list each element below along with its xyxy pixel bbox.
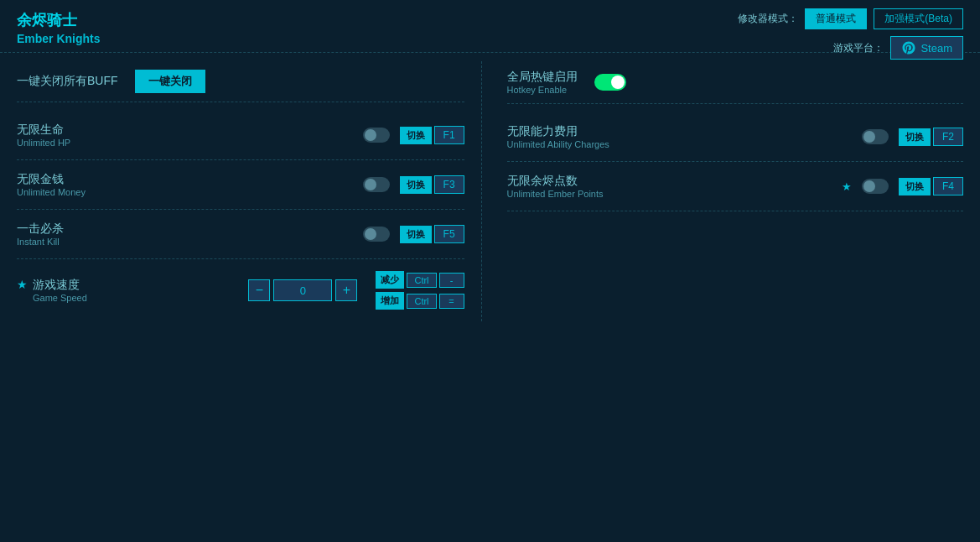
- toggle-unlimited-money[interactable]: [363, 177, 390, 192]
- decrease-ctrl-key: Ctrl: [407, 273, 436, 288]
- toggle-unlimited-hp[interactable]: [363, 128, 390, 143]
- feature-info-ability: 无限能力费用 Unlimited Ability Charges: [507, 124, 852, 149]
- speed-increase-hotkey-row: 增加 Ctrl =: [376, 292, 464, 310]
- feature-unlimited-ability: 无限能力费用 Unlimited Ability Charges 切换 F2: [507, 112, 963, 162]
- hotkey-info: 全局热键启用 Hotkey Enable: [507, 70, 578, 95]
- all-buff-label: 一键关闭所有BUFF: [17, 74, 118, 89]
- speed-increase-btn[interactable]: +: [335, 279, 357, 301]
- hotkey-cn: 全局热键启用: [507, 70, 578, 85]
- feature-instant-kill: 一击必杀 Instant Kill 切换 F5: [17, 210, 464, 259]
- feature-cn-ember: 无限余烬点数: [507, 174, 832, 189]
- increase-label: 增加: [376, 292, 404, 310]
- feature-cn-hp: 无限生命: [17, 122, 353, 138]
- all-buff-row: 一键关闭所有BUFF 一键关闭: [17, 61, 464, 102]
- feature-cn-ability: 无限能力费用: [507, 124, 852, 139]
- game-speed-info: ★ 游戏速度 Game Speed: [17, 278, 238, 303]
- hotkey-en: Hotkey Enable: [507, 85, 578, 95]
- game-speed-row: ★ 游戏速度 Game Speed − + 减少 Ctrl - 增加: [17, 259, 464, 321]
- toggle-ability[interactable]: [862, 129, 889, 144]
- feature-en-ability: Unlimited Ability Charges: [507, 139, 852, 149]
- key-badge-money: F3: [434, 175, 464, 194]
- switch-btn-money[interactable]: 切换: [400, 176, 432, 194]
- speed-decrease-btn[interactable]: −: [248, 279, 270, 301]
- feature-info-kill: 一击必杀 Instant Kill: [17, 221, 353, 247]
- toggle-instant-kill[interactable]: [363, 227, 390, 242]
- mode-beta-button[interactable]: 加强模式(Beta): [874, 8, 963, 29]
- feature-info-ember: 无限余烬点数 Unlimited Ember Points: [507, 174, 832, 199]
- feature-cn-kill: 一击必杀: [17, 221, 353, 237]
- decrease-minus-key: -: [439, 273, 464, 288]
- key-badge-hp: F1: [434, 126, 464, 144]
- game-speed-cn: 游戏速度: [33, 278, 87, 293]
- increase-equal-key: =: [439, 294, 464, 309]
- ember-star-icon: ★: [842, 180, 852, 193]
- mode-label: 修改器模式：: [738, 12, 798, 26]
- feature-en-hp: Unlimited HP: [17, 138, 353, 148]
- speed-decrease-hotkey-row: 减少 Ctrl -: [376, 271, 464, 289]
- feature-en-ember: Unlimited Ember Points: [507, 189, 832, 199]
- feature-info-money: 无限金钱 Unlimited Money: [17, 172, 353, 197]
- switch-btn-ability[interactable]: 切换: [899, 128, 931, 146]
- main-content: 一键关闭所有BUFF 一键关闭 无限生命 Unlimited HP 切换 F1 …: [0, 53, 980, 330]
- feature-unlimited-hp: 无限生命 Unlimited HP 切换 F1: [17, 111, 464, 160]
- hotkey-enable-row: 全局热键启用 Hotkey Enable: [507, 61, 963, 104]
- switch-btn-kill[interactable]: 切换: [400, 226, 432, 243]
- feature-unlimited-money: 无限金钱 Unlimited Money 切换 F3: [17, 160, 464, 210]
- increase-ctrl-key: Ctrl: [407, 294, 436, 309]
- mode-normal-button[interactable]: 普通模式: [805, 8, 867, 29]
- mode-row: 修改器模式： 普通模式 加强模式(Beta): [738, 8, 963, 29]
- platform-row: 游戏平台： Steam: [833, 36, 963, 60]
- key-badge-ability: F2: [933, 128, 963, 146]
- speed-value-input[interactable]: [273, 279, 332, 301]
- steam-icon: [901, 40, 916, 55]
- hotkey-combo-hp: 切换 F1: [400, 126, 464, 144]
- steam-button[interactable]: Steam: [890, 36, 963, 60]
- game-speed-labels: 游戏速度 Game Speed: [33, 278, 87, 303]
- feature-en-kill: Instant Kill: [17, 237, 353, 247]
- toggle-ember[interactable]: [862, 179, 889, 194]
- hotkey-combo-money: 切换 F3: [400, 175, 464, 194]
- feature-cn-money: 无限金钱: [17, 172, 353, 187]
- left-panel: 一键关闭所有BUFF 一键关闭 无限生命 Unlimited HP 切换 F1 …: [17, 61, 482, 321]
- speed-hotkeys: 减少 Ctrl - 增加 Ctrl =: [376, 271, 464, 310]
- hotkey-combo-kill: 切换 F5: [400, 225, 464, 243]
- close-all-button[interactable]: 一键关闭: [135, 70, 205, 93]
- switch-btn-ember[interactable]: 切换: [899, 178, 931, 195]
- decrease-label: 减少: [376, 271, 404, 289]
- game-speed-star: ★: [17, 278, 28, 291]
- top-right-controls: 修改器模式： 普通模式 加强模式(Beta) 游戏平台： Steam: [738, 8, 963, 60]
- switch-btn-hp[interactable]: 切换: [400, 127, 432, 144]
- hotkey-combo-ability: 切换 F2: [899, 128, 963, 146]
- platform-label: 游戏平台：: [833, 41, 884, 55]
- hotkey-combo-ember: 切换 F4: [899, 177, 963, 195]
- speed-controls: − +: [248, 279, 357, 301]
- key-badge-ember: F4: [933, 177, 963, 195]
- steam-label: Steam: [920, 42, 952, 55]
- feature-info-hp: 无限生命 Unlimited HP: [17, 122, 353, 148]
- feature-en-money: Unlimited Money: [17, 187, 353, 197]
- feature-unlimited-ember: 无限余烬点数 Unlimited Ember Points ★ 切换 F4: [507, 162, 963, 211]
- key-badge-kill: F5: [434, 225, 464, 243]
- right-panel: 全局热键启用 Hotkey Enable 无限能力费用 Unlimited Ab…: [482, 61, 963, 321]
- hotkey-toggle[interactable]: [594, 74, 626, 91]
- game-speed-en: Game Speed: [33, 293, 87, 303]
